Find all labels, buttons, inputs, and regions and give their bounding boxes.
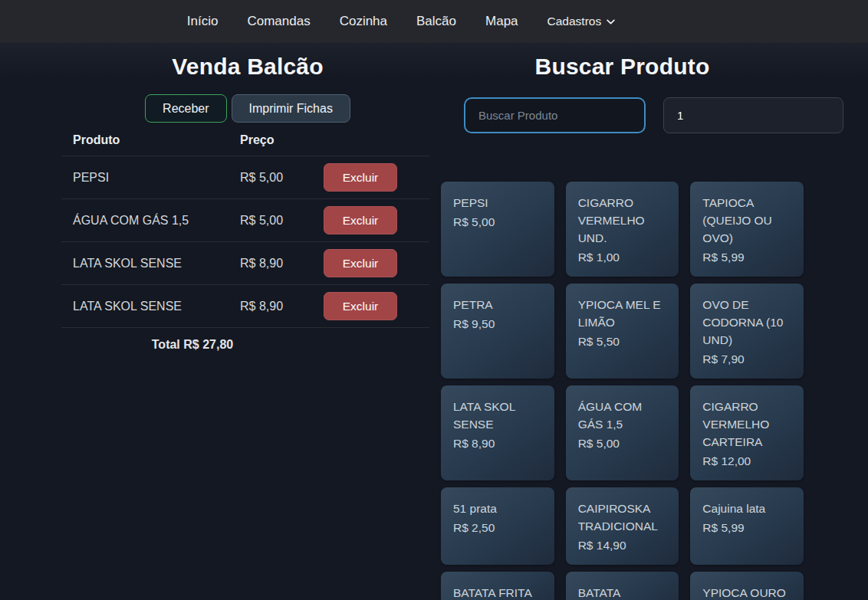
- product-card-name: BATATA FRITA: [453, 584, 542, 600]
- sale-actions: Receber Imprimir Fichas: [61, 94, 434, 123]
- product-card-name: YPIOCA MEL E LIMÃO: [578, 296, 667, 331]
- product-card-name: CIGARRO VERMELHO CARTEIRA: [702, 398, 791, 451]
- price-column-header: Preço: [240, 133, 324, 147]
- venda-balcao-title: Venda Balcão: [61, 54, 434, 80]
- excluir-button[interactable]: Excluir: [324, 163, 397, 192]
- nav-item-balcao[interactable]: Balcão: [416, 14, 456, 29]
- product-card-name: LATA SKOL SENSE: [453, 398, 542, 433]
- product-card[interactable]: CIGARRO VERMELHO CARTEIRA R$ 12,00: [690, 385, 804, 480]
- product-search-input[interactable]: [464, 97, 646, 133]
- product-search-panel: Buscar Produto PEPSI R$ 5,00 CIGARRO VER…: [441, 43, 804, 600]
- product-card[interactable]: OVO DE CODORNA (10 UND) R$ 7,90: [690, 284, 804, 379]
- product-card[interactable]: CAIPIROSKA TRADICIONAL R$ 14,90: [566, 487, 679, 565]
- product-card-price: R$ 5,00: [578, 434, 667, 452]
- sale-row-price: R$ 5,00: [240, 171, 324, 185]
- counter-sale-panel: Venda Balcão Receber Imprimir Fichas Pro…: [61, 43, 434, 600]
- nav-item-mapa[interactable]: Mapa: [485, 14, 518, 29]
- product-card-name: YPIOCA OURO: [702, 584, 791, 600]
- nav-item-cozinha[interactable]: Cozinha: [340, 14, 387, 29]
- product-card[interactable]: BATATA FRITA: [441, 572, 554, 600]
- product-card[interactable]: CIGARRO VERMELHO UND. R$ 1,00: [566, 182, 679, 277]
- sale-row-price: R$ 5,00: [240, 214, 324, 228]
- product-card[interactable]: ÁGUA COM GÁS 1,5 R$ 5,00: [566, 385, 679, 480]
- product-card-price: R$ 12,00: [702, 452, 791, 470]
- product-card-price: R$ 7,90: [702, 350, 791, 368]
- product-card-price: R$ 8,90: [453, 434, 542, 452]
- product-card-name: OVO DE CODORNA (10 UND): [702, 296, 791, 349]
- product-card-name: CAIPIROSKA TRADICIONAL: [578, 500, 667, 535]
- sale-table-body: PEPSI R$ 5,00 Excluir ÁGUA COM GÁS 1,5 R…: [61, 156, 429, 328]
- sale-row-product: PEPSI: [61, 171, 240, 185]
- product-card-name: 51 prata: [453, 500, 542, 517]
- excluir-button[interactable]: Excluir: [324, 292, 397, 320]
- excluir-button[interactable]: Excluir: [324, 206, 397, 234]
- product-card-price: R$ 9,50: [453, 315, 542, 333]
- sale-row-price: R$ 8,90: [240, 257, 324, 270]
- sale-row-product: ÁGUA COM GÁS 1,5: [61, 214, 240, 228]
- sale-table-row: PEPSI R$ 5,00 Excluir: [61, 156, 429, 199]
- sale-row-price: R$ 8,90: [240, 300, 324, 313]
- product-card-name: TAPIOCA (QUEIJO OU OVO): [702, 194, 791, 247]
- product-card-name: Cajuina lata: [702, 500, 791, 517]
- sale-table-row: ÁGUA COM GÁS 1,5 R$ 5,00 Excluir: [61, 199, 429, 242]
- product-card-price: R$ 14,90: [578, 536, 667, 554]
- product-card[interactable]: YPIOCA OURO: [690, 572, 804, 600]
- product-column-header: Produto: [61, 133, 240, 147]
- sale-table-row: LATA SKOL SENSE R$ 8,90 Excluir: [61, 285, 429, 328]
- sale-table-row: LATA SKOL SENSE R$ 8,90 Excluir: [61, 242, 429, 285]
- product-card[interactable]: PETRA R$ 9,50: [441, 284, 554, 379]
- receber-button[interactable]: Receber: [145, 94, 226, 123]
- sale-row-product: LATA SKOL SENSE: [61, 257, 240, 270]
- nav-dropdown-label: Cadastros: [547, 15, 602, 28]
- sale-table: Produto Preço PEPSI R$ 5,00 Excluir ÁGUA…: [61, 125, 429, 362]
- sale-total: Total R$ 27,80: [61, 328, 324, 362]
- product-card-price: R$ 5,50: [578, 333, 667, 350]
- product-card[interactable]: PEPSI R$ 5,00: [441, 182, 554, 277]
- product-card-name: PETRA: [453, 296, 542, 313]
- product-card-price: R$ 5,99: [702, 248, 791, 266]
- search-controls: [441, 97, 804, 133]
- product-grid: PEPSI R$ 5,00 CIGARRO VERMELHO UND. R$ 1…: [441, 182, 804, 600]
- product-card-name: PEPSI: [453, 194, 542, 211]
- product-card-price: R$ 5,00: [453, 213, 542, 231]
- product-card-price: R$ 5,99: [702, 519, 791, 536]
- product-card[interactable]: TAPIOCA (QUEIJO OU OVO) R$ 5,99: [690, 182, 804, 277]
- product-card[interactable]: YPIOCA MEL E LIMÃO R$ 5,50: [566, 284, 679, 379]
- main-content: Venda Balcão Receber Imprimir Fichas Pro…: [0, 43, 868, 600]
- buscar-produto-title: Buscar Produto: [441, 54, 804, 80]
- top-navbar: Início Comandas Cozinha Balcão Mapa Cada…: [0, 0, 868, 43]
- product-card-name: ÁGUA COM GÁS 1,5: [578, 398, 667, 433]
- product-card[interactable]: Cajuina lata R$ 5,99: [690, 487, 804, 565]
- chevron-down-icon: [607, 19, 615, 25]
- nav-item-comandas[interactable]: Comandas: [247, 14, 310, 29]
- nav-items: Início Comandas Cozinha Balcão Mapa Cada…: [187, 14, 615, 29]
- sale-row-product: LATA SKOL SENSE: [61, 300, 240, 313]
- imprimir-fichas-button[interactable]: Imprimir Fichas: [232, 94, 350, 123]
- product-card[interactable]: 51 prata R$ 2,50: [441, 487, 554, 565]
- excluir-button[interactable]: Excluir: [324, 249, 397, 277]
- quantity-input[interactable]: [663, 97, 843, 133]
- product-card-name: BATATA: [578, 584, 667, 600]
- nav-item-inicio[interactable]: Início: [187, 14, 219, 29]
- nav-dropdown-cadastros[interactable]: Cadastros: [547, 15, 616, 28]
- product-card-price: R$ 1,00: [578, 248, 667, 266]
- sale-table-header: Produto Preço: [61, 125, 429, 156]
- product-card[interactable]: LATA SKOL SENSE R$ 8,90: [441, 385, 554, 480]
- product-card[interactable]: BATATA: [566, 572, 679, 600]
- product-card-name: CIGARRO VERMELHO UND.: [578, 194, 667, 247]
- product-card-price: R$ 2,50: [453, 519, 542, 536]
